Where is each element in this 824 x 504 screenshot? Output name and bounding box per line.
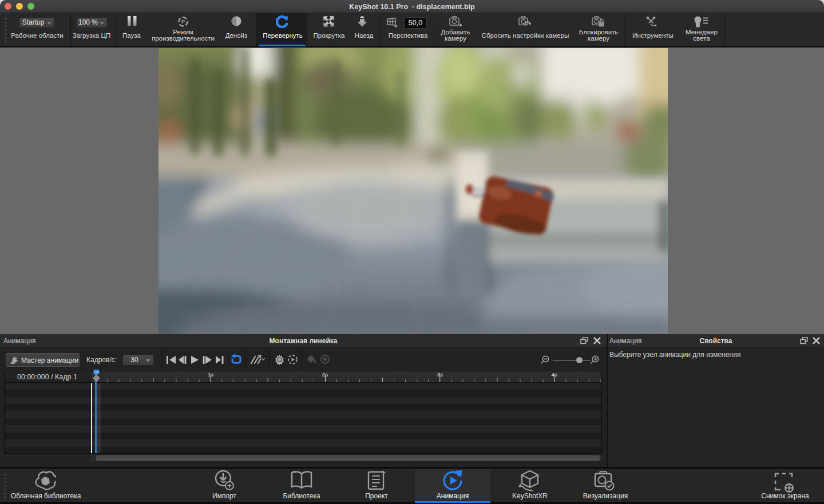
svg-text:3s: 3s xyxy=(437,371,443,378)
svg-text:2s: 2s xyxy=(322,371,328,378)
svg-text:0s: 0s xyxy=(94,370,99,374)
svg-text:4s: 4s xyxy=(552,371,558,378)
svg-text:1s: 1s xyxy=(208,371,214,378)
svg-text:P: P xyxy=(181,19,185,25)
